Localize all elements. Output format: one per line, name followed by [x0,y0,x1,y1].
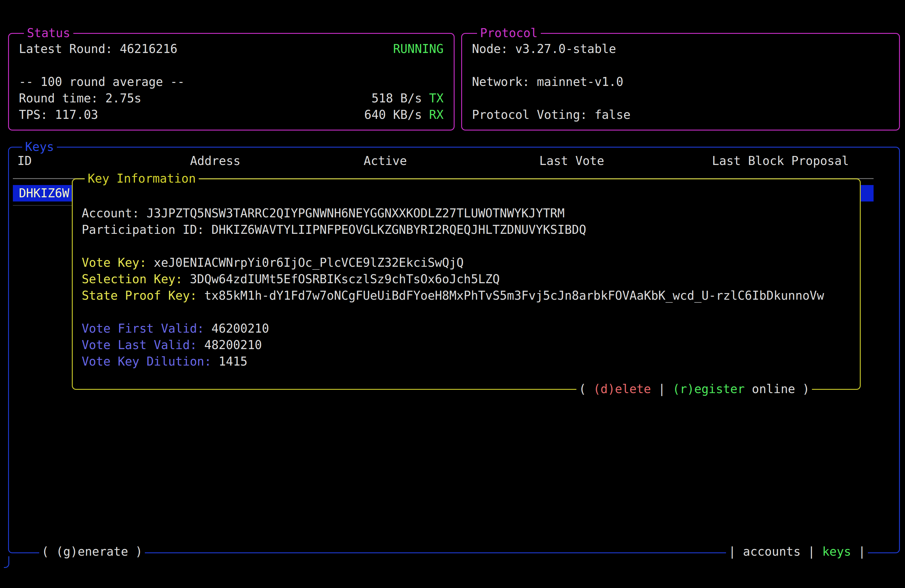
participation-id-value: DHKIZ6WAVTYLIIPNFPEOVGLKZGNBYRI2RQEQJHLT… [211,223,586,237]
selection-key-line: Selection Key: 3DQw64zdIUMt5EfOSRBIKsczl… [82,271,500,288]
round-time-value: 2.75s [105,91,141,105]
state-proof-key-value: tx85kM1h-dY1Fd7w7oNCgFUeUiBdFYoeH8MxPhTv… [204,289,824,302]
view-tabs: | accounts | keys | [726,544,868,560]
column-header-last-block-proposal: Last Block Proposal [712,153,849,169]
border-corner-glyph [4,556,9,568]
latest-round: Latest Round: 46216216 [19,41,178,57]
key-actions: ( (d)elete | (r)egister online ) [576,381,812,397]
protocol-voting: Protocol Voting: false [472,106,630,123]
latest-round-value: 46216216 [120,42,178,56]
network-value: mainnet-v1.0 [537,75,623,89]
actions-open-paren: ( [579,382,593,396]
tab-accounts[interactable]: accounts [743,545,801,558]
account-label: Account: [82,206,147,220]
latest-round-label: Latest Round: [19,42,120,56]
delete-action[interactable]: (d)elete [594,382,651,396]
tx-rate: 518 B/s TX [372,90,443,106]
column-header-active: Active [364,153,407,169]
generate-action[interactable]: ( (g)enerate ) [39,544,145,560]
key-info-title: Key Information [85,170,199,187]
vote-last-valid-value: 48200210 [204,338,262,352]
rx-rate-value: 640 KB/s [364,108,429,122]
status-panel-title: Status [24,25,73,41]
participation-id-label: Participation ID: [82,223,211,237]
status-running-badge: RUNNING [393,41,443,57]
node-label: Node: [472,42,515,56]
vote-key-value: xeJ0ENIACWNrpYi0r6IjOc_PlcVCE9lZ32EkciSw… [154,256,464,269]
vote-key-line: Vote Key: xeJ0ENIACWNrpYi0r6IjOc_PlcVCE9… [82,254,464,271]
tab-keys[interactable]: keys [822,545,851,558]
register-action[interactable]: (r)egister [672,382,745,396]
node-value: v3.27.0-stable [515,42,616,56]
protocol-panel: Protocol Node: v3.27.0-stable Network: m… [461,33,900,130]
vote-key-dilution-line: Vote Key Dilution: 1415 [82,353,248,370]
vote-first-valid-value: 46200210 [211,321,269,335]
node-version: Node: v3.27.0-stable [472,41,616,57]
vote-last-valid-line: Vote Last Valid: 48200210 [82,337,262,353]
round-time: Round time: 2.75s [19,90,141,106]
tx-unit: TX [429,91,443,105]
tx-rate-value: 518 B/s [372,91,429,105]
tps-label: TPS: [19,108,55,122]
column-header-address: Address [190,153,241,169]
actions-close-paren: ) [795,382,810,396]
protocol-voting-value: false [594,108,630,122]
tabs-open-pipe: | [729,545,743,558]
vote-key-label: Vote Key: [82,256,154,269]
account-line: Account: J3JPZTQ5NSW3TARRC2QIYPGNWNH6NEY… [82,205,565,222]
rx-unit: RX [429,108,443,122]
tps-value: 117.03 [55,108,98,122]
protocol-voting-label: Protocol Voting: [472,108,594,122]
state-proof-key-line: State Proof Key: tx85kM1h-dY1Fd7w7oNCgFU… [82,288,824,304]
vote-first-valid-label: Vote First Valid: [82,321,211,335]
account-value: J3JPZTQ5NSW3TARRC2QIYPGNWNH6NEYGGNXXKODL… [147,206,565,220]
participation-id-line: Participation ID: DHKIZ6WAVTYLIIPNFPEOVG… [82,222,586,238]
key-info-dialog: Key Information Account: J3JPZTQ5NSW3TAR… [72,178,861,390]
rx-rate: 640 KB/s RX [364,106,443,123]
network: Network: mainnet-v1.0 [472,74,623,90]
selection-key-label: Selection Key: [82,272,190,286]
column-header-last-vote: Last Vote [539,153,604,169]
key-row-id: DHKIZ6W [19,185,70,202]
status-panel: Status Latest Round: 46216216 RUNNING --… [8,33,455,130]
row-separator [13,205,72,206]
vote-last-valid-label: Vote Last Valid: [82,338,204,352]
selection-key-value: 3DQw64zdIUMt5EfOSRBIKsczlSz9chTsOx6oJch5… [190,272,500,286]
register-online-suffix: online [745,382,795,396]
protocol-panel-title: Protocol [477,25,541,41]
vote-key-dilution-value: 1415 [219,354,248,368]
column-header-id: ID [17,153,32,169]
terminal-screen: Status Latest Round: 46216216 RUNNING --… [0,0,905,588]
tabs-separator: | [800,545,822,558]
state-proof-key-label: State Proof Key: [82,289,204,302]
tps: TPS: 117.03 [19,106,98,123]
vote-key-dilution-label: Vote Key Dilution: [82,354,219,368]
tabs-close-pipe: | [851,545,865,558]
network-label: Network: [472,75,537,89]
vote-first-valid-line: Vote First Valid: 46200210 [82,320,269,337]
actions-separator: | [651,382,672,396]
round-average-header: -- 100 round average -- [19,74,185,90]
round-time-label: Round time: [19,91,105,105]
